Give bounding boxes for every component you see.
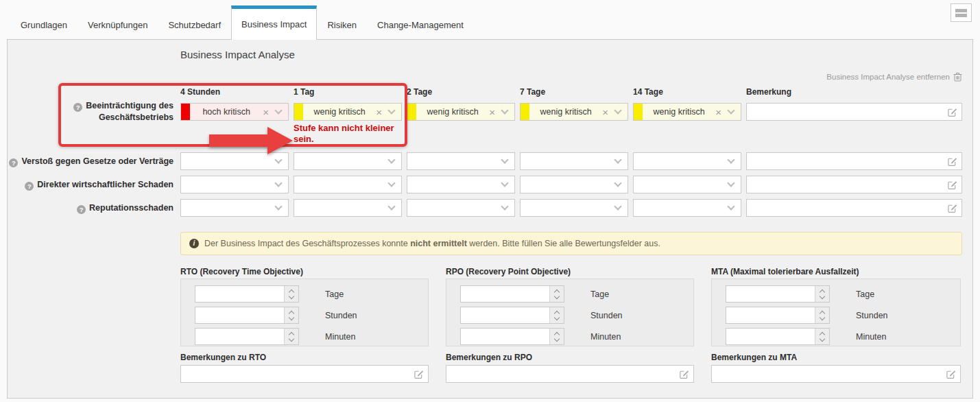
spinner-buttons[interactable] bbox=[549, 307, 564, 323]
rpo-stunden-spinner bbox=[460, 307, 564, 324]
page-title: Business Impact Analyse bbox=[180, 49, 295, 60]
chevron-down-icon bbox=[727, 106, 734, 114]
tab-change-management[interactable]: Change-Management bbox=[367, 10, 474, 39]
mta-minuten-input[interactable] bbox=[726, 329, 815, 344]
spinner-buttons[interactable] bbox=[815, 329, 829, 344]
row-label-verstoss: ?Verstoß gegen Gesetze oder Verträge bbox=[9, 156, 174, 167]
tab-verknuepfungen[interactable]: Verknüpfungen bbox=[77, 10, 158, 39]
rto-remark-label: Bemerkungen zu RTO bbox=[180, 353, 266, 362]
row-label-beeintraechtigung: ?Beeinträchtigung des Geschäftsbetriebs bbox=[73, 100, 174, 123]
severity-select-2-tage[interactable] bbox=[407, 176, 515, 193]
remove-bia-label: Business Impact Analyse entfernen bbox=[826, 73, 950, 81]
column-header-4-stunden: 4 Stunden bbox=[180, 87, 220, 97]
rto-panel: Tage Stunden Minuten bbox=[180, 279, 429, 346]
clear-icon[interactable]: × bbox=[602, 107, 608, 117]
edit-icon[interactable] bbox=[947, 180, 957, 192]
clear-icon[interactable]: × bbox=[263, 107, 269, 117]
edit-icon[interactable] bbox=[679, 369, 689, 381]
bemerkung-input[interactable] bbox=[747, 104, 961, 120]
severity-select-7-tage[interactable] bbox=[520, 176, 628, 193]
severity-select-1-tag[interactable] bbox=[294, 199, 402, 217]
trash-icon bbox=[953, 72, 962, 82]
rto-remark-input[interactable] bbox=[181, 366, 428, 382]
chevron-down-icon bbox=[387, 202, 395, 210]
chevron-down-icon bbox=[554, 335, 560, 341]
bemerkung-input[interactable] bbox=[747, 176, 961, 193]
severity-select-1-tag[interactable] bbox=[294, 176, 402, 193]
severity-select-14-tage[interactable] bbox=[633, 176, 741, 193]
spinner-buttons[interactable] bbox=[815, 307, 829, 323]
help-icon[interactable]: ? bbox=[73, 103, 82, 112]
chevron-down-icon bbox=[727, 156, 734, 163]
severity-select-7-tage[interactable] bbox=[520, 199, 628, 217]
mta-stunden-input[interactable] bbox=[726, 307, 815, 323]
rto-tage-input[interactable] bbox=[195, 286, 284, 302]
rto-minuten-spinner bbox=[195, 328, 299, 345]
tab-schutzbedarf[interactable]: Schutzbedarf bbox=[158, 10, 231, 39]
spinner-buttons[interactable] bbox=[284, 329, 298, 344]
tab-business-impact[interactable]: Business Impact bbox=[231, 5, 317, 40]
clear-icon[interactable]: × bbox=[376, 107, 382, 117]
severity-select-2-tage[interactable] bbox=[407, 152, 515, 170]
edit-icon[interactable] bbox=[947, 107, 957, 119]
severity-select-1-tag[interactable]: wenig kritisch × bbox=[294, 103, 402, 121]
chevron-down-icon bbox=[614, 179, 621, 187]
rpo-remark-input[interactable] bbox=[446, 366, 693, 382]
edit-icon[interactable] bbox=[414, 369, 424, 381]
chevron-down-icon bbox=[274, 202, 282, 210]
severity-select-7-tage[interactable] bbox=[520, 152, 628, 170]
severity-color-swatch bbox=[634, 104, 643, 120]
bemerkung-input[interactable] bbox=[747, 200, 961, 216]
spinner-buttons[interactable] bbox=[815, 286, 829, 302]
rpo-tage-input[interactable] bbox=[461, 286, 549, 302]
severity-select-7-tage[interactable]: wenig kritisch × bbox=[520, 103, 628, 121]
mta-remark-label: Bemerkungen zu MTA bbox=[711, 353, 797, 362]
tab-grundlagen[interactable]: Grundlagen bbox=[10, 10, 77, 39]
severity-select-4-stunden[interactable] bbox=[180, 176, 289, 193]
severity-select-4-stunden[interactable] bbox=[180, 152, 289, 170]
severity-select-2-tage[interactable] bbox=[407, 199, 515, 217]
rpo-tage-spinner bbox=[460, 285, 564, 303]
rto-stunden-input[interactable] bbox=[195, 307, 284, 323]
severity-select-14-tage[interactable] bbox=[633, 199, 741, 217]
severity-select-14-tage[interactable]: wenig kritisch × bbox=[633, 103, 741, 121]
rpo-minuten-spinner bbox=[460, 328, 564, 345]
severity-color-swatch bbox=[521, 104, 529, 120]
minuten-label: Minuten bbox=[325, 332, 355, 342]
chevron-down-icon bbox=[387, 106, 395, 114]
help-icon[interactable]: ? bbox=[9, 158, 18, 167]
spinner-buttons[interactable] bbox=[284, 286, 298, 302]
mta-panel: Tage Stunden Minuten bbox=[711, 279, 961, 346]
layout-toggle-button[interactable] bbox=[951, 3, 972, 22]
help-icon[interactable]: ? bbox=[25, 182, 34, 191]
edit-icon[interactable] bbox=[947, 156, 957, 169]
spinner-buttons[interactable] bbox=[549, 286, 564, 302]
mta-remark-input[interactable] bbox=[712, 366, 960, 382]
rto-minuten-input[interactable] bbox=[195, 329, 284, 344]
rpo-minuten-input[interactable] bbox=[461, 329, 549, 344]
severity-select-1-tag[interactable] bbox=[294, 152, 402, 170]
help-icon[interactable]: ? bbox=[77, 205, 86, 214]
mta-tage-input[interactable] bbox=[726, 286, 815, 302]
spinner-buttons[interactable] bbox=[549, 329, 564, 344]
rpo-stunden-input[interactable] bbox=[461, 307, 549, 323]
chevron-down-icon bbox=[289, 314, 294, 320]
severity-select-4-stunden[interactable] bbox=[180, 199, 289, 217]
column-header-2-tage: 2 Tage bbox=[407, 87, 432, 97]
remove-bia-button[interactable]: Business Impact Analyse entfernen bbox=[826, 72, 962, 82]
edit-icon[interactable] bbox=[946, 369, 956, 381]
severity-color-swatch bbox=[407, 104, 416, 120]
spinner-buttons[interactable] bbox=[284, 307, 298, 323]
chevron-down-icon bbox=[820, 335, 825, 341]
tab-risiken[interactable]: Risiken bbox=[317, 10, 367, 39]
clear-icon[interactable]: × bbox=[489, 107, 495, 117]
stunden-label: Stunden bbox=[590, 311, 623, 320]
bemerkung-input[interactable] bbox=[747, 153, 961, 169]
severity-select-2-tage[interactable]: wenig kritisch × bbox=[407, 103, 515, 121]
severity-select-14-tage[interactable] bbox=[633, 152, 741, 170]
rto-remark-field bbox=[180, 365, 429, 383]
edit-icon[interactable] bbox=[947, 203, 957, 215]
row-label-wirtschaftlicher-schaden: ?Direkter wirtschaftlicher Schaden bbox=[25, 179, 174, 191]
clear-icon[interactable]: × bbox=[715, 107, 721, 117]
severity-select-4-stunden[interactable]: hoch kritisch × bbox=[180, 103, 289, 121]
